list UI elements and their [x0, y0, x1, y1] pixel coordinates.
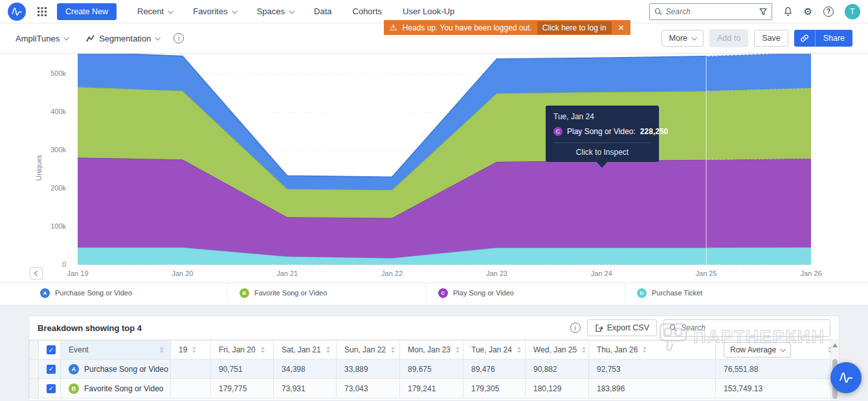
share-button[interactable]: Share — [794, 30, 852, 47]
more-button[interactable]: More — [662, 30, 704, 47]
tooltip-inspect-action[interactable]: Click to Inspect — [553, 143, 651, 157]
sort-icon[interactable] — [582, 347, 586, 353]
table-search[interactable] — [663, 319, 830, 337]
series-marker: B — [69, 384, 79, 394]
table-header-row: ✓ Event 19 Fri, Jan 20 Sat, Jan 21 Sun, … — [30, 341, 839, 360]
project-selector[interactable]: AmpliTunes — [16, 34, 68, 43]
amplitude-wave-icon — [838, 369, 854, 386]
sort-icon[interactable] — [192, 347, 196, 353]
sort-icon[interactable] — [517, 347, 521, 353]
nav-item-cohorts[interactable]: Cohorts — [353, 6, 383, 16]
filter-funnel-icon[interactable] — [759, 8, 767, 16]
line-chart-icon — [86, 34, 95, 42]
sort-icon[interactable] — [456, 347, 460, 353]
x-axis-ticks: Jan 19Jan 20Jan 21Jan 22Jan 23Jan 24Jan … — [78, 269, 811, 280]
chevron-down-icon — [155, 35, 161, 40]
logout-banner: ⚠ Heads up. You have been logged out. Cl… — [384, 20, 630, 35]
create-new-button[interactable]: Create New — [57, 3, 117, 20]
series-marker: C — [438, 288, 448, 298]
nav-item-recent[interactable]: Recent — [137, 6, 172, 16]
tooltip-date: Tue, Jan 24 — [553, 112, 651, 121]
legend-item-play-song[interactable]: C Play Song or Video — [426, 283, 625, 303]
chevron-down-icon — [232, 8, 237, 14]
export-icon — [595, 324, 603, 332]
warning-icon: ⚠ — [390, 23, 397, 32]
chevron-down-icon — [691, 35, 696, 40]
login-button[interactable]: Click here to log in — [537, 21, 612, 34]
table-search-input[interactable] — [681, 323, 825, 332]
notifications-bell-icon[interactable] — [783, 6, 793, 17]
table-row[interactable]: ✓ APurchase Song or Video 90,751 34,398 … — [30, 360, 839, 379]
add-to-button: Add to — [709, 29, 748, 47]
apps-grid-icon[interactable] — [38, 7, 47, 16]
chart-tooltip: Tue, Jan 24 C Play Song or Video: 228,25… — [546, 106, 659, 162]
row-checkbox[interactable]: ✓ — [47, 365, 56, 374]
series-marker: A — [69, 364, 79, 374]
chevron-down-icon — [168, 8, 173, 14]
series-marker: A — [40, 288, 50, 298]
collapse-panel-button[interactable] — [30, 267, 43, 280]
tooltip-series: Play Song or Video: — [567, 127, 636, 136]
series-marker: C — [553, 127, 562, 136]
series-marker: D — [637, 288, 647, 298]
nav-item-favorites[interactable]: Favorites — [193, 6, 236, 16]
amplitude-wave-icon — [10, 5, 23, 18]
global-search-input[interactable] — [666, 7, 755, 16]
breakdown-title: Breakdown showing top 4 — [38, 323, 142, 333]
save-button[interactable]: Save — [754, 30, 788, 47]
stacked-area-chart[interactable] — [78, 54, 811, 265]
sort-icon[interactable] — [160, 347, 164, 353]
amplitude-logo[interactable] — [8, 3, 26, 21]
info-icon[interactable]: i — [173, 33, 184, 43]
series-marker: B — [239, 288, 249, 298]
chevron-left-icon — [34, 271, 39, 276]
info-icon[interactable]: i — [570, 323, 581, 333]
banner-message: Heads up. You have been logged out. — [403, 23, 532, 32]
sort-icon[interactable] — [326, 347, 330, 353]
legend-item-favorite-song[interactable]: B Favorite Song or Video — [227, 283, 426, 303]
tooltip-value: 228,250 — [640, 127, 668, 136]
amplitude-floating-button[interactable] — [830, 362, 862, 393]
legend-item-purchase-ticket[interactable]: D Purchase Ticket — [625, 283, 823, 303]
chart-legend: A Purchase Song or Video B Favorite Song… — [0, 282, 868, 303]
select-all-checkbox[interactable]: ✓ — [47, 345, 56, 354]
search-icon — [669, 324, 677, 332]
table-row[interactable]: ✓ BFavorite Song or Video 179,775 73,931… — [30, 379, 839, 398]
avatar[interactable]: T — [845, 4, 860, 19]
export-csv-button[interactable]: Export CSV — [587, 319, 657, 336]
row-checkbox[interactable]: ✓ — [47, 384, 56, 393]
row-average-dropdown[interactable]: Row Average — [724, 342, 791, 358]
breakdown-table: ✓ Event 19 Fri, Jan 20 Sat, Jan 21 Sun, … — [29, 340, 839, 398]
breakdown-section: Breakdown showing top 4 i Export CSV — [28, 315, 840, 401]
close-icon[interactable]: ✕ — [618, 23, 625, 32]
chevron-down-icon — [781, 347, 786, 352]
nav-item-user-lookup[interactable]: User Look-Up — [403, 6, 454, 16]
chart-section: Uniques 0100k200k300k400k500k Jan 19Jan … — [0, 54, 868, 304]
nav-item-spaces[interactable]: Spaces — [257, 6, 293, 16]
sort-icon[interactable] — [643, 347, 647, 353]
y-axis-ticks: 0100k200k300k400k500k — [38, 54, 66, 265]
view-selector[interactable]: Segmentation — [86, 34, 159, 43]
scroll-up-icon[interactable] — [832, 343, 838, 347]
nav-item-data[interactable]: Data — [314, 6, 331, 16]
global-search[interactable] — [649, 3, 772, 20]
search-icon — [654, 8, 662, 16]
chevron-down-icon — [289, 8, 295, 14]
sort-icon[interactable] — [261, 347, 265, 353]
help-icon[interactable]: ? — [823, 6, 834, 17]
sort-icon[interactable] — [391, 347, 395, 353]
legend-item-purchase-song[interactable]: A Purchase Song or Video — [28, 283, 227, 303]
copy-link-icon[interactable] — [794, 30, 816, 47]
settings-gear-icon[interactable]: ⚙ — [804, 6, 812, 17]
chevron-down-icon — [64, 35, 69, 40]
